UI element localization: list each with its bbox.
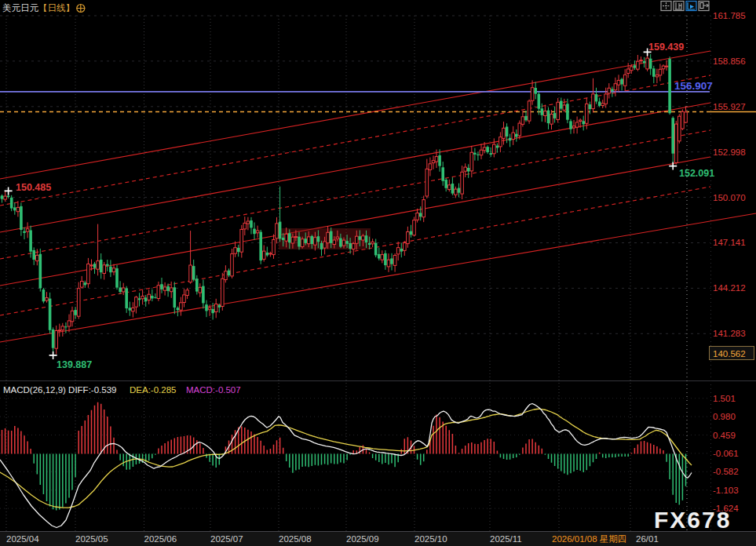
- svg-text:150.485: 150.485: [16, 182, 51, 193]
- svg-text:152.998: 152.998: [713, 147, 746, 157]
- svg-text:155.927: 155.927: [713, 102, 746, 111]
- svg-text:156.907: 156.907: [674, 80, 713, 92]
- svg-text:2025/11: 2025/11: [490, 534, 522, 544]
- svg-text:【日线】: 【日线】: [38, 3, 75, 13]
- svg-text:2026/01/08 星期四: 2026/01/08 星期四: [552, 534, 626, 544]
- svg-text:152.091: 152.091: [679, 168, 714, 179]
- svg-text:0.459: 0.459: [713, 431, 736, 440]
- svg-text:2025/08: 2025/08: [279, 534, 312, 544]
- svg-text:2025/06: 2025/06: [144, 534, 177, 544]
- svg-text:161.785: 161.785: [713, 11, 746, 20]
- svg-text:2025/07: 2025/07: [210, 534, 243, 544]
- svg-text:0.980: 0.980: [713, 412, 736, 421]
- svg-text:147.141: 147.141: [713, 238, 746, 247]
- svg-text:144.212: 144.212: [713, 283, 746, 293]
- svg-text:FX678: FX678: [654, 507, 731, 533]
- svg-text:MACD(26,12,9) DIFF:-0.539: MACD(26,12,9) DIFF:-0.539: [3, 385, 116, 395]
- svg-text:140.562: 140.562: [713, 349, 746, 359]
- svg-text:141.283: 141.283: [713, 329, 746, 338]
- svg-text:美元日元: 美元日元: [2, 3, 39, 13]
- svg-text:-0.582: -0.582: [713, 467, 739, 476]
- svg-text:139.887: 139.887: [57, 359, 92, 370]
- svg-text:150.070: 150.070: [713, 193, 746, 202]
- svg-text:-0.061: -0.061: [713, 449, 739, 458]
- svg-text:2025/04: 2025/04: [6, 534, 39, 544]
- svg-text:2025/10: 2025/10: [415, 534, 447, 544]
- svg-text:2025/05: 2025/05: [75, 534, 108, 544]
- svg-text:26/01: 26/01: [636, 534, 659, 544]
- svg-text:DEA:-0.285: DEA:-0.285: [130, 385, 176, 395]
- svg-text:2025/09: 2025/09: [346, 534, 379, 544]
- svg-text:1.501: 1.501: [713, 394, 736, 403]
- svg-text:159.439: 159.439: [648, 42, 684, 53]
- svg-text:MACD:-0.507: MACD:-0.507: [186, 385, 241, 395]
- svg-text:-1.103: -1.103: [713, 486, 739, 495]
- svg-text:158.856: 158.856: [713, 56, 746, 66]
